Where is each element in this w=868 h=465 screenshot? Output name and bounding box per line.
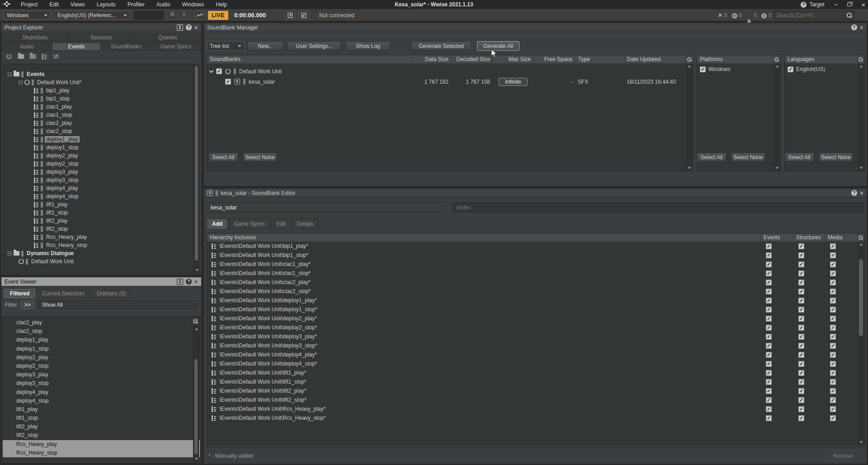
event-viewer-titlebar[interactable]: Event Viewer 1 ? × xyxy=(1,277,201,286)
events-checkbox[interactable] xyxy=(766,415,772,421)
list-search-icon[interactable] xyxy=(192,318,199,325)
hierarchy-row[interactable]: \Events\Default Work Unit\lift1_stop* xyxy=(207,377,864,386)
target-label[interactable]: Target xyxy=(809,1,824,8)
hierarchy-row[interactable]: \Events\Default Work Unit\deploy4_stop* xyxy=(207,359,864,368)
hierarchy-search-icon[interactable] xyxy=(856,233,864,242)
languages-select-all-button[interactable]: Select All xyxy=(784,152,814,162)
events-checkbox[interactable] xyxy=(766,325,772,331)
solo-button[interactable]: S xyxy=(179,11,189,19)
remote-connect-button[interactable] xyxy=(298,11,309,20)
scroll-up-icon[interactable] xyxy=(195,328,198,330)
scroll-down-icon[interactable] xyxy=(859,441,863,443)
table-row-workunit[interactable]: Default Work Unit xyxy=(207,66,693,76)
sync-arrows-icon[interactable] xyxy=(51,52,61,60)
events-checkbox[interactable] xyxy=(766,343,772,349)
platform-checkbox[interactable] xyxy=(700,66,706,72)
hierarchy-row[interactable]: \Events\Default Work Unit\lift2_play* xyxy=(207,386,864,395)
language-checkbox[interactable] xyxy=(788,66,793,72)
column-media[interactable]: Media xyxy=(825,233,856,242)
list-item[interactable]: Rcs_Heavy_stop xyxy=(3,449,200,457)
list-item[interactable]: deploy4_play xyxy=(3,388,200,397)
event-list-scrollbar[interactable] xyxy=(193,326,199,462)
structures-checkbox[interactable] xyxy=(798,361,804,367)
soundbank-editor-titlebar[interactable]: S kesa_solar - SoundBank Editor ? × xyxy=(204,189,867,198)
scroll-down-icon[interactable] xyxy=(195,458,198,460)
tree-item[interactable]: deploy3_stop xyxy=(3,176,194,184)
list-item[interactable]: deploy3_stop xyxy=(3,379,200,388)
media-checkbox[interactable] xyxy=(830,261,836,267)
view-instance-badge[interactable]: 1 xyxy=(177,279,183,285)
platforms-select-none-button[interactable]: Select None xyxy=(731,152,765,162)
help-icon[interactable]: ? xyxy=(186,24,192,30)
events-checkbox[interactable] xyxy=(766,406,772,412)
scroll-down-icon[interactable] xyxy=(195,269,199,271)
close-icon[interactable]: × xyxy=(860,190,863,196)
generate-selected-button[interactable]: Generate Selected xyxy=(411,41,472,51)
hierarchy-row[interactable]: \Events\Default Work Unit\deploy3_stop* xyxy=(207,341,864,350)
tree-item[interactable]: Rcs_Heavy_stop xyxy=(3,241,194,249)
events-checkbox[interactable] xyxy=(766,361,772,367)
languages-select-none-button[interactable]: Select None xyxy=(819,152,853,162)
minimize-button[interactable]: – xyxy=(835,1,838,8)
structures-checkbox[interactable] xyxy=(798,243,804,249)
show-log-button[interactable]: Show Log xyxy=(346,41,390,51)
hierarchy-row[interactable]: \Events\Default Work Unit\Rcs_Heavy_play… xyxy=(207,404,864,413)
tree-item[interactable]: deploy4_stop xyxy=(3,192,194,200)
new-folder-icon[interactable] xyxy=(16,52,26,60)
structures-checkbox[interactable] xyxy=(798,415,804,421)
hierarchy-row[interactable]: \Events\Default Work Unit\lift1_play* xyxy=(207,368,864,377)
hierarchy-row[interactable]: \Events\Default Work Unit\deploy4_play* xyxy=(207,350,864,359)
structures-checkbox[interactable] xyxy=(798,270,804,276)
close-icon[interactable]: × xyxy=(860,24,863,31)
tree-item[interactable]: lift2_play xyxy=(3,217,194,225)
list-item[interactable]: lift1_stop xyxy=(3,414,200,422)
list-item[interactable]: clac2_play xyxy=(3,318,200,327)
user-settings-button[interactable]: User Settings... xyxy=(287,41,341,51)
media-checkbox[interactable] xyxy=(830,325,836,331)
bank-name-input[interactable] xyxy=(207,202,446,213)
banks-select-none-button[interactable]: Select None xyxy=(243,152,277,162)
structures-checkbox[interactable] xyxy=(798,397,804,403)
view-instance-badge[interactable]: 1 xyxy=(177,24,183,31)
structures-checkbox[interactable] xyxy=(798,261,804,267)
events-checkbox[interactable] xyxy=(766,289,772,294)
tab-details[interactable]: Details xyxy=(292,218,319,229)
list-item[interactable]: lift1_play xyxy=(3,405,200,414)
events-checkbox[interactable] xyxy=(766,261,772,267)
hierarchy-row[interactable]: \Events\Default Work Unit\clac2_stop* xyxy=(207,287,864,296)
help-icon[interactable]: ? xyxy=(851,190,857,196)
events-checkbox[interactable] xyxy=(766,388,772,394)
structures-checkbox[interactable] xyxy=(798,379,804,385)
bank-checkbox[interactable] xyxy=(225,79,231,85)
live-indicator[interactable]: LIVE xyxy=(208,11,228,20)
media-checkbox[interactable] xyxy=(830,343,836,349)
scroll-up-icon[interactable] xyxy=(688,65,691,67)
tree-item[interactable]: deploy2_play xyxy=(3,152,194,160)
platforms-scrollbar[interactable] xyxy=(774,64,780,171)
tree-item[interactable]: bip1_play xyxy=(3,86,194,95)
new-button[interactable]: New... xyxy=(247,41,283,51)
events-checkbox[interactable] xyxy=(766,243,772,249)
tree-item[interactable]: deploy3_play xyxy=(3,168,194,176)
menu-item-audio[interactable]: Audio xyxy=(156,1,170,8)
menu-item-profiler[interactable]: Profiler xyxy=(127,1,145,8)
hierarchy-row[interactable]: \Events\Default Work Unit\clac2_play* xyxy=(207,278,864,287)
platforms-search-icon[interactable] xyxy=(772,55,780,63)
events-checkbox[interactable] xyxy=(766,298,772,304)
tree-item[interactable]: deploy1_play xyxy=(3,135,194,143)
media-checkbox[interactable] xyxy=(830,361,836,367)
help-icon[interactable]: ? xyxy=(801,2,807,8)
menu-item-help[interactable]: Help xyxy=(216,1,227,8)
close-button[interactable]: × xyxy=(861,1,865,9)
media-checkbox[interactable] xyxy=(830,406,836,412)
tree-item[interactable]: Default Work Unit xyxy=(3,257,194,266)
table-scrollbar[interactable] xyxy=(686,64,692,171)
help-icon[interactable]: ? xyxy=(851,24,857,30)
close-icon[interactable]: × xyxy=(194,24,198,31)
tab-audio[interactable]: Audio xyxy=(2,43,51,51)
platform-row[interactable]: Windows xyxy=(697,63,780,72)
profiler-graph-button[interactable] xyxy=(194,11,205,20)
tree-item[interactable]: deploy1_stop xyxy=(3,143,194,152)
events-checkbox[interactable] xyxy=(766,316,772,322)
media-checkbox[interactable] xyxy=(830,397,836,403)
